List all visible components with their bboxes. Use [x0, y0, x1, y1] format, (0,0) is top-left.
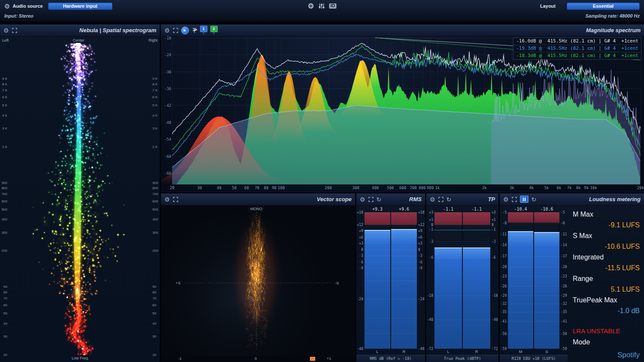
panel-title: Vector scope: [317, 196, 352, 202]
correlation-zero-label: 0: [255, 356, 257, 361]
tp-value-left: -1.1: [434, 207, 462, 211]
nebula-header: ⚙ Nebula | Spatial spectrogram: [0, 24, 160, 36]
readout-row-snapshot1: -19.3dB @ 415.5Hz (82.1 cm) | G# 4 +1cen…: [513, 45, 641, 52]
tp-bar-right: [463, 212, 490, 349]
fullscreen-icon[interactable]: [173, 28, 178, 33]
gear-icon[interactable]: ⚙: [430, 196, 435, 202]
loudness-value-s: -10.6: [534, 207, 560, 211]
spatial-spectrogram-canvas: [9, 43, 151, 355]
loudness-scale-left: -5-8-11-14-17-20-23-26-29-32-35-41-50-59: [500, 212, 507, 349]
fullscreen-icon[interactable]: [368, 197, 374, 202]
readout-row-snapshot2: -18.3dB @ 415.5Hz (82.1 cm) | G# 4 +1cen…: [513, 52, 641, 59]
pause-button[interactable]: [520, 196, 529, 203]
mode-preset[interactable]: Spotify: [573, 351, 640, 360]
channel-r-label: R: [391, 350, 417, 354]
rms-channel-labels: L R: [356, 349, 425, 355]
input-status: Input: Stereo: [4, 13, 33, 18]
topbar: ⚙ Audio source Hardware input ⚙ IO Layou…: [0, 0, 644, 21]
snapshot-2-add-icon[interactable]: +: [213, 32, 215, 35]
channel-m-label: M: [507, 350, 534, 354]
rms-peak-values: +9.3 +9.6: [356, 205, 425, 212]
mode-label[interactable]: Mode: [573, 337, 640, 348]
tp-header: ⚙ ↻ TP: [426, 193, 498, 205]
m-max-label: M Max: [573, 209, 640, 220]
snapshot-2-control: 2 +: [210, 26, 218, 35]
rms-value-left: +9.3: [364, 207, 391, 211]
s-max-value: -10.6 LUFS: [573, 241, 640, 252]
loudness-readout: M Max -9.1 LUFS S Max -10.6 LUFS Integra…: [568, 205, 644, 362]
vscope-header: ⚙ Vector scope: [161, 193, 355, 205]
panel-title: Nebula | Spatial spectrogram: [79, 27, 156, 33]
m-max-value: -9.1 LUFS: [573, 220, 640, 230]
channel-l-label: L: [434, 350, 462, 354]
s-max-label: S Max: [573, 230, 640, 241]
rms-meter-panel: ⚙ ↻ RMS +9.3 +9.6 +18+12+9+6+30-3-6-9-24…: [356, 193, 425, 362]
tp-bar-left: [434, 212, 462, 349]
rms-scale-right: +18+12+9+6+30-3-6-9-24-48: [417, 212, 425, 349]
range-label: Range: [573, 273, 640, 284]
audio-source-gear-icon[interactable]: ⚙: [4, 3, 10, 9]
gear-icon[interactable]: ⚙: [360, 196, 365, 202]
gear-icon[interactable]: ⚙: [503, 196, 509, 202]
sampling-rate: Sampling rate: 48000 Hz: [585, 13, 640, 18]
rms-scale-left: +18+12+9+6+30-3-6-9-24-48: [356, 212, 364, 349]
channel-l-label: L: [364, 350, 391, 354]
integrated-label: Integrated: [573, 252, 640, 262]
panel-title: Loudness metering: [589, 196, 641, 202]
channel-s-label: S: [534, 350, 560, 354]
reset-icon[interactable]: ↻: [532, 196, 537, 202]
frequency-scale-right: 9 K8 K7 K6 K5 K4 K3 K2 K9008007006005004…: [151, 24, 160, 362]
mixer-sliders-icon[interactable]: [319, 3, 325, 9]
reset-icon[interactable]: ↻: [447, 196, 452, 202]
loudness-bar-m: [508, 212, 533, 349]
fullscreen-icon[interactable]: [438, 197, 444, 202]
snapshot-1-control: 1 +: [200, 26, 207, 35]
rms-bar-left: [365, 212, 390, 349]
correlation-bar: -1 0 +1: [161, 356, 355, 362]
frequency-scale-left: 9 K8 K7 K6 K5 K4 K3 K2 K9008007006005004…: [0, 24, 9, 362]
reset-icon[interactable]: ↻: [377, 196, 382, 202]
tp-footer: True Peak (dBTP): [426, 355, 498, 362]
range-value: 5.1 LUFS: [573, 284, 640, 295]
hardware-input-button[interactable]: Hardware input: [48, 3, 112, 10]
rms-bar-right: [391, 212, 417, 349]
magnitude-spectrum-panel: ⚙ ▶ 1 + 2 + Magnitude spectrum -16.0dB @…: [161, 24, 644, 192]
correlation-marker: [310, 357, 315, 361]
loudness-bar-s: [534, 212, 559, 349]
snapshot-1-add-icon[interactable]: +: [202, 32, 204, 35]
essential-layout-button[interactable]: Essential: [567, 3, 640, 10]
center-label: Center: [73, 38, 84, 42]
live-play-button[interactable]: ▶: [181, 27, 189, 34]
fullscreen-icon[interactable]: [512, 197, 517, 202]
channel-r-label: R: [462, 350, 491, 354]
panel-title: RMS: [409, 196, 422, 202]
settings-gear-icon[interactable]: ⚙: [308, 3, 314, 10]
rms-value-right: +9.6: [391, 207, 417, 211]
loudness-header: ⚙ ↻ Loudness metering: [500, 193, 644, 205]
integrated-value: -11.5 LUFS: [573, 262, 640, 273]
layout-label: Layout: [540, 3, 556, 9]
vector-scope-canvas: [161, 205, 355, 356]
loudness-meter-column: -10.4 -10.6 -5-8-11-14-17-20-23-26-29-32…: [500, 205, 568, 362]
spectrum-header: ⚙ ▶ 1 + 2 + Magnitude spectrum: [161, 24, 644, 36]
cursor-readout-box: -16.0dB @ 415.5Hz (82.1 cm) | G# 4 +1cen…: [513, 37, 641, 60]
io-icon[interactable]: IO: [329, 3, 337, 9]
true-peak-meter-panel: ⚙ ↻ TP -1.1 -1.1 +3+10-1-3-6-18-40-72 +3…: [426, 193, 498, 362]
gear-icon[interactable]: ⚙: [164, 196, 170, 202]
loudness-body: -10.4 -10.6 -5-8-11-14-17-20-23-26-29-32…: [500, 205, 644, 362]
freeze-top-icon[interactable]: [192, 28, 197, 33]
rms-meter-body: +18+12+9+6+30-3-6-9-24-48 +18+12+9+6+30-…: [356, 212, 425, 349]
vector-scope-panel: ⚙ Vector scope -1 0 +1: [161, 193, 355, 362]
tp-peak-values: -1.1 -1.1: [426, 205, 498, 212]
fullscreen-icon[interactable]: [12, 28, 17, 33]
fullscreen-icon[interactable]: [173, 197, 178, 202]
tp-channel-labels: L R: [426, 349, 498, 355]
tp-scale-left: +3+10-1-3-6-18-40-72: [426, 212, 434, 349]
tp-meter-body: +3+10-1-3-6-18-40-72 +3+10-1-3-6-18-40-7…: [426, 212, 498, 349]
loudness-footer: R128 EBU +18 (LUFS): [500, 355, 568, 362]
loudness-meter-body: -5-8-11-14-17-20-23-26-29-32-35-41-50-59…: [500, 212, 568, 349]
loudness-metering-panel: ⚙ ↻ Loudness metering -10.4 -10.6 -5-8-1…: [500, 193, 644, 362]
panel-title: Magnitude spectrum: [586, 27, 641, 33]
gear-icon[interactable]: ⚙: [164, 27, 170, 33]
tp-scale-right: +3+10-1-3-6-18-40-72: [491, 212, 498, 349]
